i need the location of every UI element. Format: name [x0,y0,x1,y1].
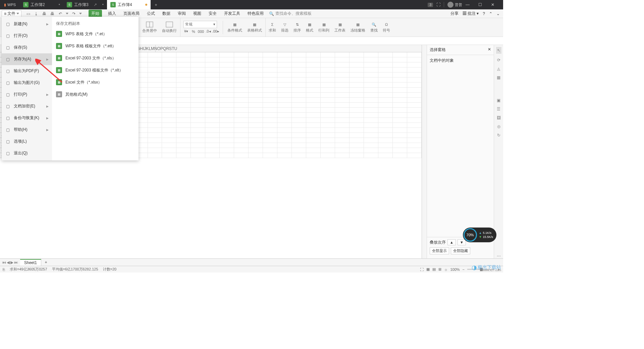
cell[interactable] [176,128,191,133]
cell[interactable] [263,143,277,148]
cell[interactable] [335,138,350,143]
cell[interactable] [249,153,263,158]
cell[interactable] [378,153,393,158]
cell[interactable] [277,153,292,158]
cell[interactable] [321,153,335,158]
cell[interactable] [407,108,422,113]
cell[interactable] [393,123,407,128]
cell[interactable] [350,83,364,88]
cell[interactable] [162,143,176,148]
col-header[interactable]: U [174,45,177,52]
cell[interactable] [263,153,277,158]
cell[interactable] [306,78,321,83]
cell[interactable] [220,148,234,153]
cell[interactable] [292,72,306,78]
cell[interactable] [335,143,350,148]
cell[interactable] [205,98,220,103]
number-format-combo[interactable]: 常规▾ [183,21,217,28]
fullscreen-icon[interactable]: ⛶ [420,267,424,271]
cell[interactable] [176,83,191,88]
col-header[interactable]: R [166,45,169,52]
mode-icon[interactable]: ⎘ [3,267,5,271]
cell[interactable] [176,52,191,57]
cell[interactable] [277,88,292,93]
sort-button[interactable]: ⇅排序 [291,18,303,37]
merge-button[interactable]: 合并居中 [140,18,159,37]
cell[interactable] [220,67,234,72]
cell[interactable] [148,98,162,103]
cell[interactable] [277,148,292,153]
cell[interactable] [176,153,191,158]
print-icon[interactable]: 🖶 [50,11,55,16]
cell[interactable] [321,93,335,98]
cell[interactable] [234,78,249,83]
cell[interactable] [162,153,176,158]
cell[interactable] [176,133,191,138]
cell[interactable] [277,118,292,123]
cell[interactable] [321,143,335,148]
cell[interactable] [176,118,191,123]
cond-format-button[interactable]: ▦条件格式 [225,18,244,37]
cell[interactable] [393,67,407,72]
col-header[interactable]: Q [163,45,166,52]
cell[interactable] [234,57,249,62]
cell[interactable] [249,83,263,88]
cell[interactable] [292,108,306,113]
cell[interactable] [321,98,335,103]
save-icon[interactable]: 🖶 [42,11,47,16]
cell[interactable] [191,98,205,103]
cell[interactable] [350,113,364,118]
cell[interactable] [350,62,364,67]
cell[interactable] [321,88,335,93]
cell[interactable] [148,143,162,148]
cell[interactable] [162,52,176,57]
reading-icon[interactable]: ☼ [444,267,447,271]
cell[interactable] [249,133,263,138]
gallery-icon[interactable]: ▣ [497,98,500,103]
cell[interactable] [378,128,393,133]
cell[interactable] [378,143,393,148]
save-as-option[interactable]: ▦Excel 文件（*.xlsx） [52,76,139,88]
cell[interactable] [205,153,220,158]
cell[interactable] [306,123,321,128]
ribbon-tab-special[interactable]: 特色应用 [246,10,265,17]
cell[interactable] [393,138,407,143]
cell[interactable] [277,128,292,133]
cell[interactable] [148,88,162,93]
cell[interactable] [393,93,407,98]
dec-inc-icon[interactable]: .0◂ [206,29,211,34]
cell[interactable] [220,108,234,113]
cell[interactable] [378,67,393,72]
cell[interactable] [292,78,306,83]
cell[interactable] [220,93,234,98]
cell[interactable] [393,78,407,83]
cell[interactable] [263,148,277,153]
target-icon[interactable]: ◎ [497,124,500,129]
cell[interactable] [292,128,306,133]
cell[interactable] [263,98,277,103]
add-sheet-button[interactable]: ＋ [41,259,51,265]
col-header[interactable]: H [140,45,143,52]
cell[interactable] [234,123,249,128]
cell[interactable] [321,128,335,133]
cell[interactable] [393,98,407,103]
cell[interactable] [148,118,162,123]
cell[interactable] [205,78,220,83]
cell[interactable] [378,52,393,57]
cell[interactable] [306,93,321,98]
cell[interactable] [364,118,378,123]
cell[interactable] [277,78,292,83]
sheet-last-icon[interactable]: ⏭ [14,260,18,265]
move-down-button[interactable]: ▼ [458,239,466,245]
cell[interactable] [321,148,335,153]
ribbon-tab-formula[interactable]: 公式 [146,10,156,17]
cell[interactable] [277,103,292,108]
cell[interactable] [205,138,220,143]
cell[interactable] [162,148,176,153]
cell[interactable] [249,88,263,93]
find-button[interactable]: 🔍查找 [368,18,380,37]
cell[interactable] [205,72,220,78]
cell[interactable] [292,83,306,88]
cell[interactable] [407,118,422,123]
cell[interactable] [249,123,263,128]
